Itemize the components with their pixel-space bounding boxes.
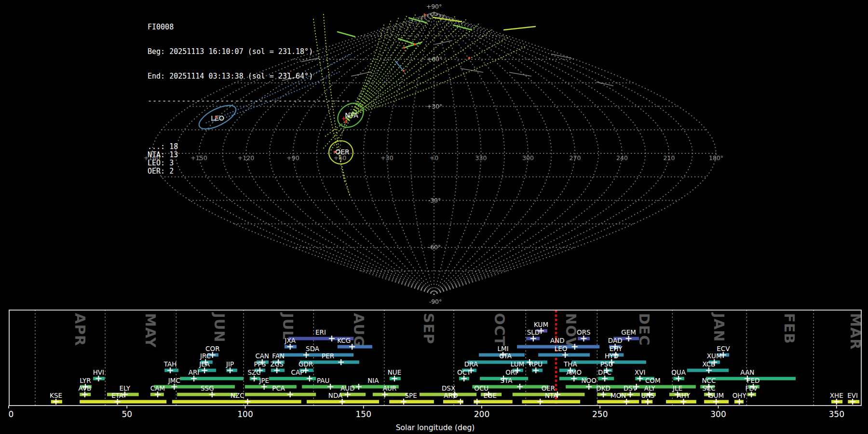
shower-label-ELY: ELY bbox=[120, 384, 131, 392]
shower-label-URS: URS bbox=[641, 392, 654, 399]
latitude-label: +60° bbox=[427, 55, 443, 63]
shower-label-PCA: PCA bbox=[272, 384, 285, 392]
month-label-MAY: MAY bbox=[142, 313, 159, 348]
station-id: FI0008 bbox=[148, 23, 351, 31]
shower-label-CAP: CAP bbox=[291, 368, 304, 376]
shower-bar-NTA bbox=[522, 400, 580, 404]
shower-peak-marker-XHE bbox=[834, 399, 840, 405]
shower-peak-marker-AHY bbox=[680, 399, 686, 405]
shower-label-STA: STA bbox=[500, 377, 513, 384]
shower-label-ORS: ORS bbox=[577, 328, 591, 336]
x-axis-title: Solar longitude (deg) bbox=[396, 423, 475, 432]
shower-bar-NZC bbox=[172, 400, 301, 404]
shower-label-COR: COR bbox=[205, 345, 219, 353]
shower-label-NUE: NUE bbox=[388, 368, 402, 376]
shower-peak-marker-EGE bbox=[474, 399, 480, 405]
longitude-label: 300 bbox=[522, 154, 534, 162]
shower-label-NCC: NCC bbox=[702, 377, 716, 384]
shower-bar-AUR bbox=[373, 393, 407, 396]
shower-label-SLD: SLD bbox=[527, 328, 540, 336]
shower-label-SCC: SCC bbox=[702, 384, 715, 392]
shower-label-AMO: AMO bbox=[567, 368, 582, 376]
shower-peak-marker-NOO bbox=[586, 384, 592, 390]
shower-label-MON: MON bbox=[610, 392, 626, 399]
meteor-station-screen: FI0008 Beg: 20251113 16:10:07 (sol = 231… bbox=[0, 0, 868, 434]
shower-label-ETA: ETA bbox=[111, 392, 124, 399]
meteor-segment bbox=[395, 61, 403, 70]
axis-tick-label: 0 bbox=[9, 409, 14, 419]
shower-label-FED: FED bbox=[747, 377, 760, 384]
shower-label-CTA: CTA bbox=[499, 352, 512, 360]
shower-label-OCT: OCT bbox=[457, 368, 471, 376]
shower-label-AND: AND bbox=[550, 337, 565, 344]
shower-peak-marker-NTA bbox=[537, 399, 543, 405]
begin-time: Beg: 20251113 16:10:07 (sol = 231.18°) bbox=[148, 48, 351, 56]
shower-peak-marker-STA bbox=[517, 384, 523, 390]
shower-label-EHY: EHY bbox=[610, 345, 623, 353]
shower-peak-marker-CAP bbox=[307, 376, 312, 381]
shower-bar-JPE bbox=[245, 385, 297, 389]
shower-peak-marker-GEM bbox=[626, 336, 632, 341]
shower-label-QUA: QUA bbox=[671, 368, 686, 376]
shower-label-AUR: AUR bbox=[383, 384, 397, 392]
axis-tick-label: 150 bbox=[356, 409, 371, 419]
shower-peak-marker-URS bbox=[645, 399, 651, 405]
axis-tick-label: 100 bbox=[237, 409, 253, 419]
end-time: End: 20251114 03:13:38 (sol = 231.64°) bbox=[148, 72, 351, 81]
shower-label-PSU: PSU bbox=[600, 360, 613, 368]
month-label-OCT: OCT bbox=[491, 313, 508, 346]
shower-label-KCG: KCG bbox=[337, 337, 351, 344]
shower-label-ZCS: ZCS bbox=[271, 360, 284, 368]
meteor-endpoint-dot bbox=[414, 43, 416, 46]
shower-bar-PAU bbox=[302, 385, 346, 389]
axis-tick-label: 200 bbox=[474, 409, 489, 419]
longitude-label: 180° bbox=[709, 154, 723, 162]
shower-peak-marker-SZC bbox=[251, 376, 257, 381]
shower-label-SSG: SSG bbox=[201, 384, 214, 392]
shower-label-HYD: HYD bbox=[605, 352, 619, 360]
shower-peak-marker-OHY bbox=[736, 399, 742, 405]
latitude-label: -60° bbox=[428, 244, 441, 251]
month-label-APR: APR bbox=[72, 313, 88, 346]
shower-peak-marker-HVI bbox=[95, 376, 101, 381]
shower-peak-marker-NZC bbox=[244, 399, 250, 405]
count-line-NTA: NTA: 13 bbox=[148, 151, 351, 159]
shower-peak-marker-KSE bbox=[53, 399, 59, 405]
sporadic-segment bbox=[351, 72, 371, 76]
shower-label-LUM: LUM bbox=[511, 360, 524, 368]
sporadic-segment bbox=[551, 54, 572, 58]
shower-label-JEA: JEA bbox=[199, 360, 210, 368]
shower-label-NIA: NIA bbox=[367, 377, 379, 384]
shower-peak-marker-JPE bbox=[261, 384, 267, 390]
shower-bar-ARI bbox=[180, 377, 244, 380]
axis-tick-label: 50 bbox=[122, 409, 132, 419]
shower-peak-marker-DSV bbox=[627, 392, 633, 397]
shower-peak-marker-AUR bbox=[382, 392, 388, 397]
shower-label-NOO: NOO bbox=[582, 377, 597, 384]
shower-label-PER: PER bbox=[322, 352, 334, 360]
shower-label-DRA: DRA bbox=[464, 360, 478, 368]
shower-peak-marker-QUA bbox=[676, 376, 681, 381]
shower-label-DAD: DAD bbox=[608, 337, 623, 344]
longitude-label: +30 bbox=[380, 154, 393, 162]
shower-peak-marker-PAU bbox=[327, 384, 333, 390]
shower-label-FAN: FAN bbox=[272, 352, 285, 360]
shower-peak-marker-OCT bbox=[461, 376, 467, 381]
meteor-segment bbox=[398, 39, 414, 44]
shower-peak-marker-PER bbox=[338, 359, 344, 365]
shower-bar-JMC bbox=[154, 385, 235, 389]
shower-label-LEO: LEO bbox=[555, 345, 568, 353]
shower-peak-marker-JIP bbox=[227, 367, 233, 373]
meteor-endpoint-dot bbox=[403, 70, 405, 72]
shower-bar-SDA bbox=[278, 353, 353, 357]
observation-header: FI0008 Beg: 20251113 16:10:07 (sol = 231… bbox=[148, 7, 351, 192]
shower-peak-marker-ZCS bbox=[274, 367, 280, 373]
month-label-JUN: JUN bbox=[211, 312, 228, 343]
shower-peak-marker-AVB bbox=[82, 392, 88, 397]
shower-peak-marker-ERI bbox=[329, 336, 335, 341]
shower-label-RPU: RPU bbox=[529, 360, 542, 368]
shower-peak-marker-SPE bbox=[401, 399, 407, 405]
axis-tick-label: 250 bbox=[592, 409, 608, 419]
shower-peak-marker-XVI bbox=[637, 376, 643, 381]
shower-label-ARD: ARD bbox=[444, 392, 458, 399]
